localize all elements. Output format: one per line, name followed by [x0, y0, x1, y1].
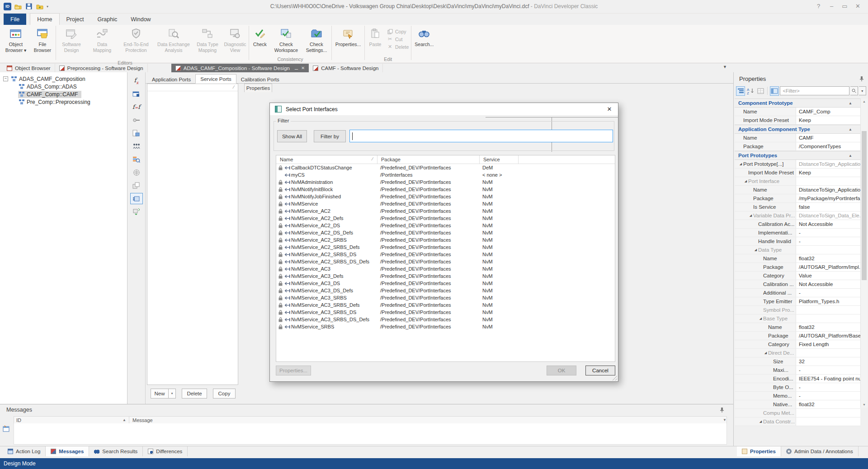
service-ports-list-header[interactable]: ∕ [147, 84, 238, 91]
property-row[interactable]: ◢Data Constr... ▲ [735, 417, 860, 426]
property-row[interactable]: ◢Port Interface ▲ [735, 177, 860, 186]
port-interface-row[interactable]: NvMService_AC3_SRBS_DS_Defs /Predefined_… [276, 316, 615, 323]
ribbon-tab[interactable]: File [4, 14, 26, 25]
port-interface-row[interactable]: NvMService_AC2_SRBS_DS /Predefined_DEV/P… [276, 251, 615, 258]
globe-icon[interactable] [130, 167, 143, 178]
close-tab-icon[interactable]: ✕ [301, 66, 305, 70]
property-row[interactable]: ◢Compu Met... ▲ [735, 409, 860, 417]
property-row[interactable]: ◢Variable Data Pr... DistanceToSign_Data… [735, 211, 860, 220]
software-design-button[interactable]: Software Design [57, 25, 86, 56]
filter-dropdown-icon[interactable]: ▾ [859, 86, 866, 95]
filter-by-button[interactable]: Filter by [314, 130, 346, 142]
data-exchange-analysis-button[interactable]: Data Exchange Analysis [154, 25, 193, 56]
port-tab[interactable]: Application Ports [147, 75, 195, 84]
property-row[interactable]: ◢Name CAMF ▲ [735, 134, 860, 142]
document-tab[interactable]: Object Browser ⚊ ✕ [3, 64, 55, 72]
ribbon-tab[interactable]: Graphic [90, 14, 124, 25]
window-component-icon[interactable] [130, 88, 143, 99]
tree-collapse-icon[interactable]: − [3, 76, 8, 81]
expander-icon[interactable]: ◢ [758, 420, 763, 423]
property-row[interactable]: ◢Data Type ▲ [735, 246, 860, 254]
delete-button[interactable]: ✕Delete [387, 44, 409, 50]
port-interface-row[interactable]: NvMService_AC2 /Predefined_DEV/PortInter… [276, 207, 615, 215]
message-filter-icon[interactable] [3, 425, 10, 432]
property-row[interactable]: ◢Calibration Ac... Not Accessible ▲ [735, 220, 860, 229]
cancel-button[interactable]: Cancel [585, 366, 615, 375]
property-row[interactable]: ◢Name float32 ▲ [735, 323, 860, 332]
property-row[interactable]: ◢Size 32 ▲ [735, 357, 860, 366]
port-tab[interactable]: Calibration Ports [236, 75, 284, 84]
filter-text-input[interactable] [349, 130, 613, 142]
function-fx-icon[interactable]: fx [130, 75, 143, 86]
function-mapping-icon[interactable]: f=f [130, 101, 143, 113]
port-interface-row[interactable]: NvMService_AC2_SRBS /Predefined_DEV/Port… [276, 236, 615, 244]
port-interface-row[interactable]: NvMService /Predefined_DEV/PortInterface… [276, 200, 615, 207]
tree-root-item[interactable]: − ADAS_CAMF_Composition [0, 75, 127, 83]
ribbon-tab[interactable]: Project [60, 14, 91, 25]
property-row[interactable]: ◢Calibration ... Not Accessible ▲ [735, 280, 860, 289]
property-row[interactable]: ◢Name DistanceToSign_Applicatio... ▲ [735, 186, 860, 194]
panel-tab[interactable]: Properties [737, 446, 781, 456]
expander-icon[interactable]: ◢ [738, 162, 743, 166]
port-interface-row[interactable]: NvMService_SRBS /Predefined_DEV/PortInte… [276, 323, 615, 330]
tree-item[interactable]: Pre_Comp::Preprocessing [0, 98, 127, 106]
property-row[interactable]: ◢Component Prototype ▲ [735, 98, 860, 108]
scrollbar-thumb[interactable] [862, 131, 867, 280]
property-row[interactable]: ◢Base Type ▲ [735, 314, 860, 323]
port-interface-row[interactable]: NvMService_AC3_SRBS /Predefined_DEV/Port… [276, 294, 615, 301]
help-button[interactable]: ? [812, 1, 825, 11]
expander-icon[interactable]: ◢ [748, 214, 753, 217]
tab-list-caret-icon[interactable]: ▼ [723, 65, 727, 69]
property-row[interactable]: ◢Implementati... - ▲ [735, 229, 860, 237]
expander-icon[interactable]: ◢ [763, 351, 768, 355]
property-row[interactable]: ◢Additional ... - ▲ [735, 289, 860, 297]
dialog-properties-button[interactable]: Properties... [276, 366, 311, 375]
property-row[interactable]: ◢Package /ComponentTypes ▲ [735, 142, 860, 151]
port-tab[interactable]: Service Ports [195, 74, 236, 84]
diagnostic-view-button[interactable]: Diagnostic View [222, 25, 248, 56]
service-ports-list[interactable]: ∕ [147, 84, 238, 385]
property-row[interactable]: ◢Port Prototypes ▲ [735, 151, 860, 160]
data-mapping-button[interactable]: Data Mapping [86, 25, 118, 56]
property-row[interactable]: ◢Name float32 ▲ [735, 254, 860, 263]
object-browser-button[interactable]: Object Browser ▾ [2, 25, 30, 56]
port-interface-row[interactable]: CallbackDTCStatusChange /Predefined_DEV/… [276, 164, 615, 171]
scroll-down-icon[interactable]: ▼ [861, 403, 868, 406]
properties-filter-input[interactable] [780, 86, 849, 95]
port-interface-row[interactable]: NvMAdministration /Predefined_DEV/PortIn… [276, 178, 615, 186]
port-interface-row[interactable]: NvMService_AC3_SRBS_Defs /Predefined_DEV… [276, 301, 615, 309]
port-interface-row[interactable]: NvMService_AC2_SRBS_Defs /Predefined_DEV… [276, 244, 615, 251]
property-row[interactable]: ◢Name CAMF_Comp ▲ [735, 108, 860, 116]
property-row[interactable]: ◢Type Emitter Platform_Types.h ▲ [735, 297, 860, 306]
pin-icon[interactable] [859, 76, 864, 82]
tree-item[interactable]: CAMF_Comp::CAMF [0, 90, 127, 98]
document-tab[interactable]: Preprocessing - Software Design ⚊ ✕ [55, 64, 148, 72]
delete-port-button[interactable]: Delete [182, 389, 207, 399]
close-button[interactable]: ✕ [851, 1, 864, 11]
copy-button[interactable]: Copy [387, 28, 409, 34]
show-all-button[interactable]: Show All [277, 130, 307, 142]
dock-window-icon[interactable] [770, 86, 779, 96]
scroll-up-icon[interactable]: ▲ [861, 100, 868, 103]
copy-port-button[interactable]: Copy [213, 389, 236, 399]
new-port-button[interactable]: New ▾ [151, 389, 176, 399]
ribbon-tab[interactable]: Home [30, 13, 59, 25]
property-row[interactable]: ◢Category Value ▲ [735, 272, 860, 280]
swap-components-icon[interactable] [130, 206, 143, 217]
property-row[interactable]: ◢Is Service false ▲ [735, 203, 860, 211]
column-header-service[interactable]: Service [480, 155, 519, 164]
component-document-icon[interactable] [130, 127, 143, 139]
property-row[interactable]: ◢Package /AUTOSAR_Platform/Base... ▲ [735, 332, 860, 340]
expander-icon[interactable]: ◢ [743, 179, 748, 183]
output-tab[interactable]: Search Results [89, 446, 143, 456]
property-row[interactable]: ◢Package /myPackage/myPortInterfa... ▲ [735, 194, 860, 203]
section-collapse-icon[interactable]: ▲ [849, 125, 860, 133]
dialog-close-button[interactable]: ✕ [601, 103, 618, 115]
pin-icon[interactable] [720, 407, 724, 413]
property-row[interactable]: ◢Port Prototype[...] DistanceToSign_Appl… [735, 160, 860, 169]
section-collapse-icon[interactable]: ▲ [849, 151, 860, 159]
connector-icon[interactable] [130, 114, 143, 126]
port-interface-row[interactable]: NvMService_AC3_Defs /Predefined_DEV/Port… [276, 272, 615, 280]
document-tab[interactable]: CAMF - Software Design ⚊ ✕ [309, 64, 383, 72]
search-button[interactable]: Search... [412, 25, 436, 56]
